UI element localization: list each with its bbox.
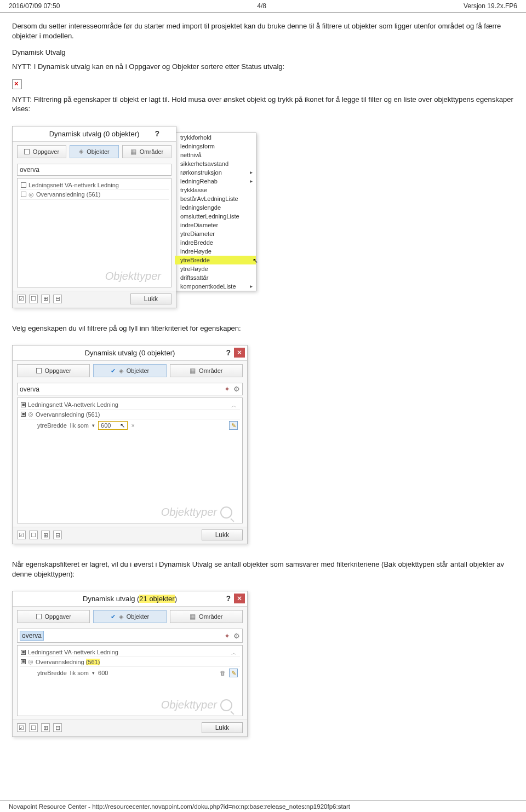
filter-value-input[interactable]: 600 ↖ — [98, 421, 128, 430]
chevron-up-icon[interactable]: ︿ — [231, 402, 237, 410]
tab-objects[interactable]: ✔ ◈ Objekter — [93, 610, 166, 623]
search-input[interactable]: overva ✦ ⚙ — [17, 383, 243, 395]
list-item-label: Overvannsledning (561) — [36, 191, 100, 198]
toolbar-uncheck-icon[interactable]: ☐ — [29, 295, 38, 303]
toolbar-collapse-icon[interactable]: ⊟ — [53, 723, 62, 732]
tab-objects-label: Objekter — [87, 148, 110, 155]
dropdown-item[interactable]: indreHøyde — [175, 247, 256, 256]
delete-filter-icon[interactable]: 🗑 — [220, 670, 226, 676]
help-icon[interactable]: ? — [155, 129, 159, 138]
tab-objects[interactable]: ◈ Objekter — [70, 145, 119, 158]
watermark-objekttyper: Objekttyper — [161, 699, 232, 711]
list-item[interactable]: ■ Ledningsnett VA-nettverk Ledning ︿ — [20, 400, 240, 410]
dropdown-item[interactable]: rørkonstruksjon — [175, 168, 256, 177]
dropdown-item[interactable]: ytreDiameter — [175, 229, 256, 238]
dropdown-item[interactable]: ytreBredde↖ — [175, 256, 256, 264]
filter-operator: lik som — [70, 670, 89, 676]
toolbar-expand-icon[interactable]: ⊞ — [41, 295, 50, 303]
watermark-objekttyper: Objekttyper — [105, 270, 161, 283]
chevron-down-icon[interactable]: ▾ — [92, 423, 95, 428]
search-input[interactable]: overva ✦ ⚙ — [17, 629, 243, 643]
add-filter-icon[interactable]: ✎ — [229, 421, 238, 430]
clear-icon[interactable]: × — [131, 422, 134, 429]
list-item[interactable]: ◎ Overvannsledning (561) — [20, 190, 169, 200]
footer-text: Novapoint Resource Center - http://resou… — [9, 803, 350, 810]
object-count-highlight: 21 objekter — [139, 595, 174, 603]
object-list: ■ Ledningsnett VA-nettverk Ledning ︿ ■ ◎… — [17, 645, 243, 716]
dropdown-item[interactable]: ledningslengde — [175, 203, 256, 212]
close-icon[interactable]: ✕ — [234, 594, 245, 603]
page-header: 2016/07/09 07:50 4/8 Versjon 19.2x.FP6 — [0, 0, 526, 13]
tab-tasks[interactable]: Oppgaver — [17, 364, 90, 377]
property-dropdown[interactable]: trykkforholdledningsformnettnivåsikkerhe… — [174, 133, 256, 291]
search-input[interactable]: overva — [17, 164, 171, 176]
dropdown-item[interactable]: ytreHøyde — [175, 264, 256, 273]
tab-areas[interactable]: ▦ Områder — [170, 364, 243, 377]
list-item[interactable]: ■ Ledningsnett VA-nettverk Ledning ︿ — [20, 648, 240, 657]
magnifier-icon — [220, 699, 232, 711]
list-item[interactable]: ■ ◎ Overvannsledning (561) — [20, 410, 240, 419]
magnifier-icon — [220, 506, 232, 519]
dropdown-item[interactable]: indreDiameter — [175, 221, 256, 229]
list-item-label: Overvannsledning (561) — [36, 411, 100, 418]
toolbar-collapse-icon[interactable]: ⊟ — [53, 531, 62, 539]
close-icon[interactable]: ✕ — [234, 348, 245, 358]
checkbox-icon[interactable] — [21, 192, 26, 197]
tab-tasks-label: Oppgaver — [45, 367, 71, 374]
grid-icon: ▦ — [130, 148, 136, 156]
add-filter-icon[interactable]: ✎ — [229, 669, 238, 677]
tab-areas[interactable]: ▦ Områder — [170, 610, 243, 623]
dropdown-item[interactable]: komponentkodeListe — [175, 282, 256, 291]
screenshot-3: Dynamisk utvalg (21 objekter) ? ✕ Oppgav… — [12, 586, 514, 747]
dynamic-selection-panel: Dynamisk utvalg (0 objekter) ? ✕ Oppgave… — [12, 345, 248, 544]
checkbox-icon — [24, 149, 30, 154]
gear-icon[interactable]: ⚙ — [233, 385, 240, 393]
toolbar-check-icon[interactable]: ☑ — [17, 295, 26, 303]
dropdown-item[interactable]: trykkforhold — [175, 133, 256, 142]
tab-areas[interactable]: ▦ Områder — [122, 145, 171, 158]
tab-objects[interactable]: ✔ ◈ Objekter — [93, 364, 166, 377]
filter-row[interactable]: ytreBredde lik som ▾ 600 ↖ × ✎ — [35, 419, 240, 431]
filter-property: ytreBredde — [37, 422, 67, 429]
dropdown-item[interactable]: indreBredde — [175, 238, 256, 247]
dropdown-item[interactable]: ledningRehab — [175, 177, 256, 186]
toolbar-expand-icon[interactable]: ⊞ — [41, 723, 50, 732]
dropdown-item[interactable]: trykklasse — [175, 186, 256, 194]
toolbar-check-icon[interactable]: ☑ — [17, 531, 26, 539]
screenshot-1: Dynamisk utvalg (0 objekter) ? Oppgaver … — [12, 122, 514, 318]
filter-value: 600 — [98, 670, 108, 676]
list-item[interactable]: ■ ◎ Overvannsledning (561) — [20, 657, 240, 667]
panel-title: Dynamisk utvalg (21 objekter) — [83, 595, 177, 603]
dropdown-item[interactable]: nettnivå — [175, 151, 256, 159]
checkbox-icon[interactable] — [21, 182, 26, 188]
dynamic-selection-panel: Dynamisk utvalg (0 objekter) ? Oppgaver … — [12, 126, 176, 308]
dropdown-item[interactable]: ledningsform — [175, 142, 256, 151]
chevron-down-icon[interactable]: ▾ — [92, 670, 95, 676]
dropdown-item[interactable]: sikkerhetsavstand — [175, 159, 256, 168]
close-button[interactable]: Lukk — [202, 529, 243, 540]
help-icon[interactable]: ? — [226, 348, 231, 357]
help-icon[interactable]: ? — [226, 594, 231, 603]
toolbar-check-icon[interactable]: ☑ — [17, 723, 26, 732]
list-item[interactable]: Ledningsnett VA-nettverk Ledning — [20, 181, 169, 190]
toolbar-uncheck-icon[interactable]: ☐ — [29, 531, 38, 539]
toolbar-uncheck-icon[interactable]: ☐ — [29, 723, 38, 732]
toolbar-expand-icon[interactable]: ⊞ — [41, 531, 50, 539]
filter-wand-icon[interactable]: ✦ — [224, 385, 230, 393]
toolbar-collapse-icon[interactable]: ⊟ — [53, 295, 62, 303]
filter-operator: lik som — [70, 422, 89, 429]
close-button[interactable]: Lukk — [202, 722, 243, 733]
close-button[interactable]: Lukk — [130, 293, 171, 304]
screenshot-2: Dynamisk utvalg (0 objekter) ? ✕ Oppgave… — [12, 341, 514, 554]
tab-tasks[interactable]: Oppgaver — [17, 610, 90, 623]
filter-row[interactable]: ytreBredde lik som ▾ 600 🗑 ✎ — [35, 667, 240, 679]
tab-tasks[interactable]: Oppgaver — [17, 145, 66, 158]
dropdown-item[interactable]: omslutterLedningListe — [175, 212, 256, 221]
chevron-up-icon[interactable]: ︿ — [231, 649, 237, 657]
dropdown-item[interactable]: driftssattår — [175, 273, 256, 282]
panel-toolbar: ☑ ☐ ⊞ ⊟ Lukk — [13, 291, 176, 308]
filter-wand-icon[interactable]: ✦ — [224, 632, 230, 640]
dropdown-item[interactable]: bestårAvLedningListe — [175, 194, 256, 203]
page-footer: Novapoint Resource Center - http://resou… — [0, 801, 526, 812]
gear-icon[interactable]: ⚙ — [233, 632, 240, 640]
